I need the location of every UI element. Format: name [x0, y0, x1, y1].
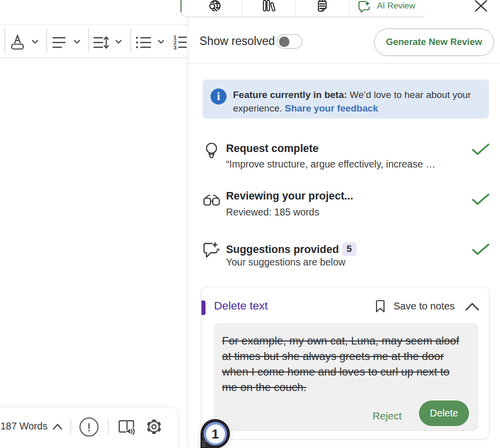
- svg-text:3: 3: [174, 44, 176, 50]
